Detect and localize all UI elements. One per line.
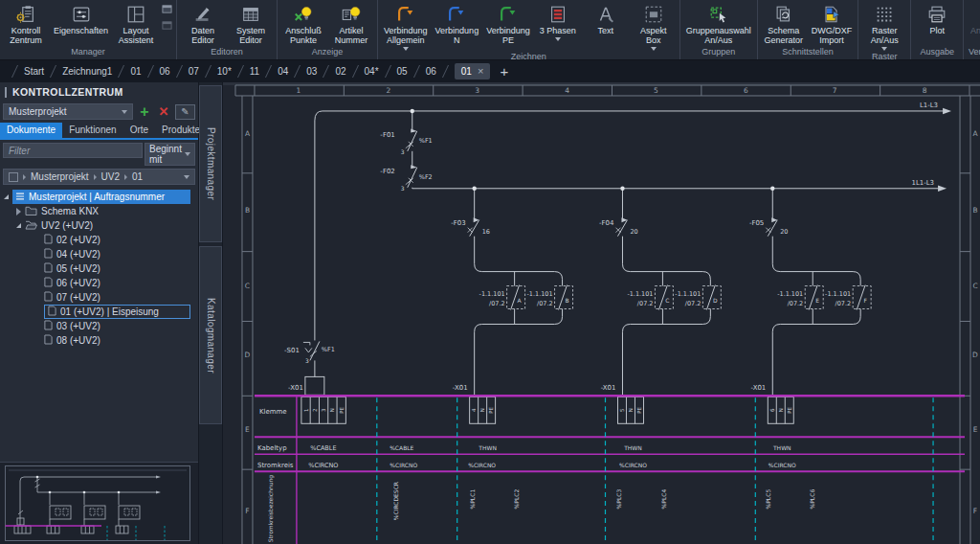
- tree-item-03[interactable]: 03 (+UV2): [0, 319, 198, 333]
- tab-04-star[interactable]: 04*: [365, 66, 379, 77]
- tab-02[interactable]: 02: [335, 66, 345, 77]
- schematic-wires[interactable]: [315, 108, 951, 397]
- tree-item-04[interactable]: 04 (+UV2): [0, 247, 198, 261]
- contact-f-page: /07.2: [835, 300, 852, 307]
- side-tab-projektmanager[interactable]: Projektmanager: [199, 85, 222, 242]
- tab-01[interactable]: 01: [130, 66, 141, 77]
- contact-c-ref: -1.1.101: [627, 290, 653, 298]
- filter-input[interactable]: [3, 143, 143, 158]
- tree-item-01-eispeisung[interactable]: 01 (+UV2) | Eispeisung: [0, 305, 198, 319]
- eigenschaften-button[interactable]: Eigenschaften: [50, 0, 112, 46]
- tree-item-root[interactable]: Musterprojekt | Auftragsnummer: [0, 190, 198, 204]
- anschluss-punkte-button[interactable]: Anschluß Punkte: [279, 0, 327, 46]
- f05-name: -F05: [749, 219, 764, 227]
- ruler-row-a: A: [245, 129, 251, 138]
- system-editor-button[interactable]: System Editor: [227, 0, 275, 46]
- tree-item-05[interactable]: 05 (+UV2): [0, 261, 198, 276]
- f05-rating: 20: [780, 228, 788, 236]
- ruler-col-7: 7: [833, 86, 837, 95]
- tab-funktionen[interactable]: Funktionen: [62, 123, 122, 138]
- layout-icon: [125, 2, 146, 26]
- tab-11[interactable]: 11: [250, 66, 259, 77]
- active-tab-label: 01: [461, 66, 472, 77]
- plot-button[interactable]: Plot: [913, 0, 961, 46]
- raster-button[interactable]: Raster An/Aus: [860, 0, 908, 51]
- tab-05[interactable]: 05: [397, 66, 408, 77]
- verbindung-allgemein-button[interactable]: Verbindung Allgemein: [380, 0, 432, 51]
- dwg-dxf-import-button[interactable]: DWG/DXF Import: [808, 0, 857, 46]
- tab-separator: [265, 65, 272, 78]
- contact-d-page: /07.2: [685, 300, 702, 307]
- tree-item-uv2[interactable]: UV2 (+UV2): [0, 218, 198, 233]
- artikel-nummer-button[interactable]: Artikel Nummer: [327, 0, 375, 46]
- filter-mode-select[interactable]: Beginnt mit: [145, 143, 195, 166]
- drawing-canvas[interactable]: 1 2 3 4 5 6 7 8 A B C D E F A B C D E F: [223, 82, 980, 544]
- breadcrumb-uv2[interactable]: UV2: [101, 171, 120, 182]
- tree-item-08[interactable]: 08 (+UV2): [0, 333, 198, 348]
- text-icon: [595, 2, 616, 26]
- table-row-kabeltyp: Kabeltyp: [257, 444, 287, 452]
- terminal-cell: 1: [303, 409, 309, 412]
- connection-general-icon: [395, 2, 416, 26]
- anmelden-label: Anmelden: [970, 26, 980, 35]
- tree-item-schema-knx[interactable]: Schema KNX: [0, 204, 198, 218]
- drei-phasen-button[interactable]: 3 Phasen: [534, 0, 582, 51]
- close-tab-icon[interactable]: ×: [478, 67, 483, 76]
- tab-01-active[interactable]: 01 ×: [455, 63, 491, 79]
- bezeichnung-value: %CIRCDESCR: [392, 482, 399, 520]
- tab-separator: [237, 65, 244, 78]
- add-tab-button[interactable]: +: [500, 66, 508, 78]
- delete-project-button[interactable]: ✕: [156, 104, 171, 119]
- breadcrumb-checkbox[interactable]: [9, 172, 18, 182]
- mini-window-icon[interactable]: [162, 20, 172, 33]
- tab-06b[interactable]: 06: [426, 66, 436, 77]
- tab-04[interactable]: 04: [278, 66, 288, 77]
- mini-window-icon[interactable]: [162, 4, 172, 16]
- tree-item-02[interactable]: 02 (+UV2): [0, 233, 198, 247]
- project-select[interactable]: Musterprojekt: [3, 103, 133, 120]
- breadcrumb-page[interactable]: 01: [132, 171, 143, 182]
- preview-thumbnail[interactable]: [0, 462, 198, 544]
- tab-03[interactable]: 03: [306, 66, 317, 77]
- tree-item-07[interactable]: 07 (+UV2): [0, 290, 198, 305]
- tab-start[interactable]: Start: [24, 66, 44, 77]
- layout-assistent-button[interactable]: Layout Assistent: [112, 0, 160, 46]
- breaker-symbols[interactable]: [303, 131, 865, 361]
- verbindung-n-button[interactable]: Verbindung N: [432, 0, 483, 51]
- tab-10[interactable]: 10*: [217, 66, 232, 77]
- tab-zeichnung1[interactable]: Zeichnung1: [62, 66, 112, 77]
- tab-dokumente[interactable]: Dokumente: [0, 123, 62, 138]
- side-tab-katalogmanager[interactable]: Katalogmanager: [199, 246, 222, 424]
- verbindung-pe-label: Verbindung PE: [486, 26, 530, 45]
- terminal-cell: N: [778, 408, 784, 412]
- expander-open-icon[interactable]: [16, 223, 21, 228]
- schema-generator-button[interactable]: Schema Generator: [760, 0, 808, 46]
- terminal-x01-label: -X01: [750, 384, 766, 392]
- kontroll-zentrum-button[interactable]: Kontroll Zentrum: [2, 0, 50, 46]
- contact-b-page: /07.2: [537, 300, 553, 307]
- f02-aux: %F2: [419, 173, 433, 181]
- breadcrumb-project[interactable]: Musterprojekt: [31, 171, 89, 182]
- document-icon: [44, 248, 53, 261]
- expander-open-icon[interactable]: [4, 194, 9, 199]
- contact-e-tag: E: [815, 297, 819, 304]
- daten-editor-button[interactable]: Daten Editor: [179, 0, 227, 46]
- tab-07[interactable]: 07: [189, 66, 199, 77]
- terminal-blocks[interactable]: [301, 376, 793, 423]
- tree-item-06[interactable]: 06 (+UV2): [0, 276, 198, 290]
- edit-project-button[interactable]: ✎: [175, 104, 195, 120]
- breadcrumb[interactable]: Musterprojekt UV2 01: [3, 169, 195, 185]
- verbindung-pe-button[interactable]: Verbindung PE: [482, 0, 534, 51]
- text-button[interactable]: Text: [582, 0, 630, 51]
- aspekt-box-button[interactable]: Aspekt Box: [630, 0, 678, 51]
- expander-closed-icon[interactable]: [16, 208, 21, 215]
- tab-separator: [205, 65, 212, 78]
- tree-item-label: Schema KNX: [41, 206, 99, 216]
- tab-06[interactable]: 06: [160, 66, 170, 77]
- tab-orte[interactable]: Orte: [123, 123, 155, 138]
- frame-lines: [235, 85, 980, 544]
- tree-item-label: 03 (+UV2): [56, 321, 100, 331]
- connection-points-icon: [293, 2, 314, 26]
- add-project-button[interactable]: +: [137, 105, 152, 119]
- gruppenauswahl-button[interactable]: Gruppenauswahl An/Aus: [682, 0, 755, 46]
